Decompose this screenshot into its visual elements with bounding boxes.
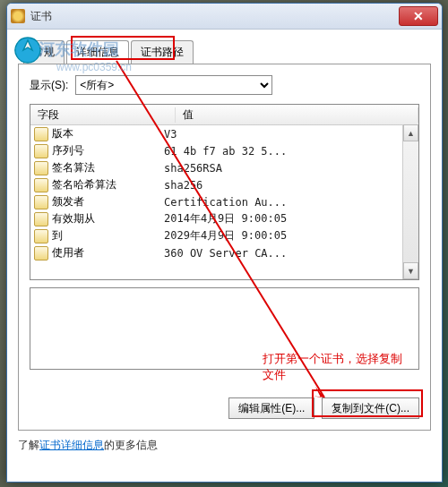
tab-certpath[interactable]: 证书路径	[131, 40, 194, 64]
cert-details-link[interactable]: 证书详细信息	[39, 439, 104, 451]
field-value: V3	[164, 128, 418, 141]
button-row: 编辑属性(E)... 复制到文件(C)...	[228, 397, 419, 419]
field-value: 2029年4月9日 9:00:05	[164, 228, 418, 244]
field-label: 有效期从	[52, 211, 164, 226]
titlebar[interactable]: 证书 ✕	[7, 4, 442, 30]
detail-value-box	[30, 287, 419, 370]
show-select[interactable]: <所有>	[75, 75, 272, 95]
field-icon	[34, 161, 48, 175]
window-title: 证书	[30, 9, 399, 24]
field-value: sha256RSA	[164, 162, 418, 175]
scroll-down-icon[interactable]: ▼	[403, 262, 418, 279]
table-row[interactable]: 到2029年4月9日 9:00:05	[30, 227, 418, 244]
show-label: 显示(S):	[30, 78, 68, 93]
table-row[interactable]: 签名哈希算法sha256	[30, 176, 418, 193]
table-row[interactable]: 颁发者Certification Au...	[30, 193, 418, 210]
field-label: 序列号	[52, 143, 164, 158]
fields-listview: 字段 值 版本V3序列号61 4b f7 ab 32 5...签名算法sha25…	[30, 104, 419, 280]
certificate-dialog: 证书 ✕ 河东软件园 www.pc0359.cn 常规 详细信息 证书路径 显示…	[6, 3, 443, 483]
field-icon	[34, 178, 48, 192]
field-value: sha256	[164, 179, 418, 192]
dialog-content: 河东软件园 www.pc0359.cn 常规 详细信息 证书路径 显示(S): …	[7, 30, 442, 483]
cert-icon	[11, 9, 25, 23]
field-label: 使用者	[52, 245, 164, 261]
listview-body[interactable]: 版本V3序列号61 4b f7 ab 32 5...签名算法sha256RSA签…	[30, 125, 418, 279]
field-value: Certification Au...	[164, 196, 418, 209]
table-row[interactable]: 有效期从2014年4月9日 9:00:05	[30, 210, 418, 227]
copy-to-file-button[interactable]: 复制到文件(C)...	[322, 397, 419, 419]
field-icon	[34, 246, 48, 261]
table-row[interactable]: 使用者360 OV Server CA...	[30, 244, 418, 261]
tab-general[interactable]: 常规	[23, 40, 65, 64]
field-value: 61 4b f7 ab 32 5...	[164, 145, 418, 158]
tabs: 常规 详细信息 证书路径	[23, 40, 431, 64]
col-field[interactable]: 字段	[30, 107, 176, 123]
edit-properties-button[interactable]: 编辑属性(E)...	[228, 397, 314, 419]
field-icon	[34, 127, 48, 141]
field-label: 版本	[52, 126, 164, 141]
field-label: 到	[52, 228, 164, 244]
tab-details[interactable]: 详细信息	[66, 40, 129, 64]
field-value: 2014年4月9日 9:00:05	[164, 211, 418, 226]
tab-panel: 显示(S): <所有> 字段 值 版本V3序列号61 4b f7 ab 32 5…	[18, 64, 431, 431]
field-label: 签名算法	[52, 160, 164, 175]
field-icon	[34, 229, 48, 244]
field-label: 签名哈希算法	[52, 177, 164, 192]
field-icon	[34, 144, 48, 158]
field-value: 360 OV Server CA...	[164, 247, 418, 260]
scrollbar[interactable]: ▲ ▼	[402, 124, 418, 279]
listview-header: 字段 值	[30, 105, 418, 125]
table-row[interactable]: 序列号61 4b f7 ab 32 5...	[30, 142, 418, 159]
field-label: 颁发者	[52, 194, 164, 209]
scroll-up-icon[interactable]: ▲	[403, 124, 418, 141]
learn-more-row: 了解证书详细信息的更多信息	[18, 438, 431, 453]
col-value[interactable]: 值	[176, 107, 418, 123]
show-filter-row: 显示(S): <所有>	[30, 75, 419, 95]
close-button[interactable]: ✕	[399, 6, 438, 26]
table-row[interactable]: 版本V3	[30, 125, 418, 142]
table-row[interactable]: 签名算法sha256RSA	[30, 159, 418, 176]
field-icon	[34, 212, 48, 226]
field-icon	[34, 195, 48, 209]
